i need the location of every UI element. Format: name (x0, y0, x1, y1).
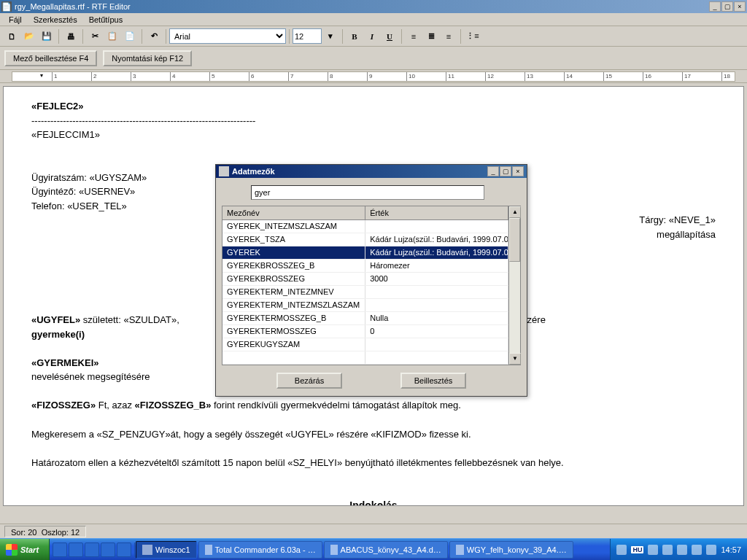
menu-font[interactable]: Betűtípus (83, 14, 128, 26)
scroll-up-icon[interactable]: ▲ (509, 206, 521, 218)
menu-edit[interactable]: Szerkesztés (28, 14, 83, 26)
dialog-insert-btn[interactable]: Beillesztés (400, 373, 466, 389)
font-size-input[interactable] (293, 28, 322, 44)
tray-icon-4[interactable] (677, 545, 687, 555)
hatarozat-line: Határozatom ellen a kézhezvételtől számí… (31, 456, 716, 470)
undo-icon[interactable]: ↶ (146, 28, 162, 44)
underline-button[interactable]: U (382, 28, 398, 44)
size-stepper-icon[interactable]: ▾ (322, 28, 338, 44)
ql-icon-5[interactable] (117, 542, 131, 557)
field-fejleccim1: «FEJLECCIM1» (31, 128, 716, 141)
grid-row[interactable]: GYEREKBROSSZEG_BHáromezer (222, 259, 508, 272)
insert-field-button[interactable]: Mező beillesztése F4 (4, 50, 97, 66)
dialog-search-input[interactable] (251, 185, 484, 200)
start-button[interactable]: Start (0, 539, 50, 561)
task-icon (142, 545, 152, 555)
format-toolbar: 🗋 📂 💾 🖶 ✂ 📋 📄 ↶ Arial ▾ B I U ≡ ≣ (0, 26, 747, 47)
indent-marker-icon[interactable]: ▾ (40, 72, 46, 82)
minimize-button[interactable]: _ (709, 1, 721, 12)
grid-row[interactable]: GYEREK_INTEZMSZLASZAM (222, 219, 508, 233)
grid-header-name[interactable]: Mezőnév (222, 206, 365, 219)
ql-icon-4[interactable] (101, 542, 115, 557)
bold-button[interactable]: B (347, 28, 363, 44)
maximize-button[interactable]: ▢ (721, 1, 733, 12)
dialog-close-btn[interactable]: Bezárás (276, 373, 342, 389)
align-center-icon[interactable]: ≣ (423, 28, 439, 44)
megkeresem-line: Megkeresem a «SZ_PENZUGY»át, hogy a segé… (31, 428, 716, 441)
action-bar: Mező beillesztése F4 Nyomtatási kép F12 (0, 47, 747, 70)
windows-logo-icon (6, 544, 18, 556)
grid-row[interactable]: GYEREKKádár Lujza(szül.: Budavári, 1999.… (222, 246, 508, 259)
tray-icon-5[interactable] (692, 545, 702, 555)
open-icon[interactable]: 📂 (21, 28, 37, 44)
quick-launch (50, 542, 135, 557)
dialog-icon (219, 166, 229, 176)
taskbar-task[interactable]: Winszoc1 (136, 541, 197, 559)
fizosszeg-paragraph: «FIZOSSZEG» Ft, azaz «FIZOSSZEG_B» forin… (31, 399, 716, 412)
ql-icon-2[interactable] (69, 542, 83, 557)
tray-icon-6[interactable] (706, 545, 716, 555)
dialog-scrollbar[interactable]: ▲ ▼ (508, 206, 520, 365)
ruler[interactable]: ▾ // ticks drawn later 12345678910111213… (0, 70, 747, 83)
copy-icon[interactable]: 📋 (104, 28, 120, 44)
dialog-maximize-button[interactable]: ▢ (500, 166, 511, 176)
new-icon[interactable]: 🗋 (4, 28, 20, 44)
dialog-grid[interactable]: Mezőnév Érték GYEREK_INTEZMSZLASZAMGYERE… (222, 206, 508, 365)
taskbar-task[interactable]: ABACUS_könyv_43_A4.d… (324, 541, 448, 559)
clock[interactable]: 14:57 (721, 545, 741, 554)
align-right-icon[interactable]: ≡ (441, 28, 457, 44)
font-name-select[interactable]: Arial (169, 28, 286, 44)
ql-icon-3[interactable] (85, 542, 99, 557)
close-button[interactable]: × (734, 1, 746, 12)
status-position: Sor: 20 Oszlop: 12 (4, 526, 86, 537)
indokolas-heading: Indokolás (31, 499, 716, 506)
separator-dashes: ----------------------------------------… (31, 114, 716, 128)
grid-row[interactable]: GYEREKTERM_INTEZMNEV (222, 285, 508, 298)
language-indicator[interactable]: HU (631, 546, 643, 553)
task-icon (330, 545, 338, 555)
dialog-title: Adatmezők (232, 167, 275, 176)
dialog-minimize-button[interactable]: _ (487, 166, 499, 176)
print-icon[interactable]: 🖶 (63, 28, 79, 44)
scroll-thumb[interactable] (509, 218, 520, 262)
dialog-titlebar[interactable]: Adatmezők _ ▢ × (216, 165, 527, 178)
print-preview-button[interactable]: Nyomtatási kép F12 (103, 50, 192, 66)
window-title: rgy_Megallapitas.rtf - RTF Editor (15, 2, 131, 11)
ql-icon-1[interactable] (53, 542, 67, 557)
grid-header-value[interactable]: Érték (365, 206, 508, 219)
save-icon[interactable]: 💾 (39, 28, 55, 44)
taskbar-task[interactable]: Total Commander 6.03a - … (198, 541, 322, 559)
taskbar: Start Winszoc1Total Commander 6.03a - …A… (0, 538, 747, 560)
grid-row[interactable]: GYEREKTERMOSSZEG_BNulla (222, 311, 508, 324)
paste-icon[interactable]: 📄 (122, 28, 138, 44)
italic-button[interactable]: I (364, 28, 380, 44)
grid-row[interactable]: GYEREK_TSZAKádár Lujza(szül.: Budavári, … (222, 233, 508, 246)
tray-icon-1[interactable] (616, 545, 627, 555)
adatmezok-dialog: Adatmezők _ ▢ × Mezőnév Érték (215, 164, 527, 397)
bullets-icon[interactable]: ⋮≡ (465, 28, 481, 44)
menubar: Fájl Szerkesztés Betűtípus (0, 13, 747, 26)
grid-row[interactable] (222, 351, 508, 364)
grid-row[interactable]: GYEREKTERMOSSZEG0 (222, 324, 508, 338)
app-icon: 📄 (1, 1, 12, 12)
grid-row[interactable]: GYEREKBROSSZEG3000 (222, 272, 508, 285)
tray-icon-2[interactable] (648, 545, 658, 555)
taskbar-task[interactable]: WGY_felh_konyv_39_A4.… (449, 541, 573, 559)
statusbar: Sor: 20 Oszlop: 12 (0, 524, 747, 538)
task-icon (205, 545, 212, 555)
grid-row[interactable]: GYEREKTERM_INTEZMSZLASZAM (222, 298, 508, 311)
align-left-icon[interactable]: ≡ (406, 28, 422, 44)
field-fejlec2: «FEJLEC2» (31, 100, 716, 113)
grid-row[interactable]: GYEREKUGYSZAM (222, 338, 508, 351)
system-tray: HU 14:57 (610, 539, 747, 561)
menu-file[interactable]: Fájl (3, 14, 28, 26)
task-icon (456, 545, 464, 555)
cut-icon[interactable]: ✂ (87, 28, 103, 44)
window-titlebar: 📄 rgy_Megallapitas.rtf - RTF Editor _ ▢ … (0, 0, 747, 13)
scroll-down-icon[interactable]: ▼ (509, 353, 521, 365)
tray-icon-3[interactable] (662, 545, 673, 555)
dialog-close-button[interactable]: × (512, 166, 524, 176)
